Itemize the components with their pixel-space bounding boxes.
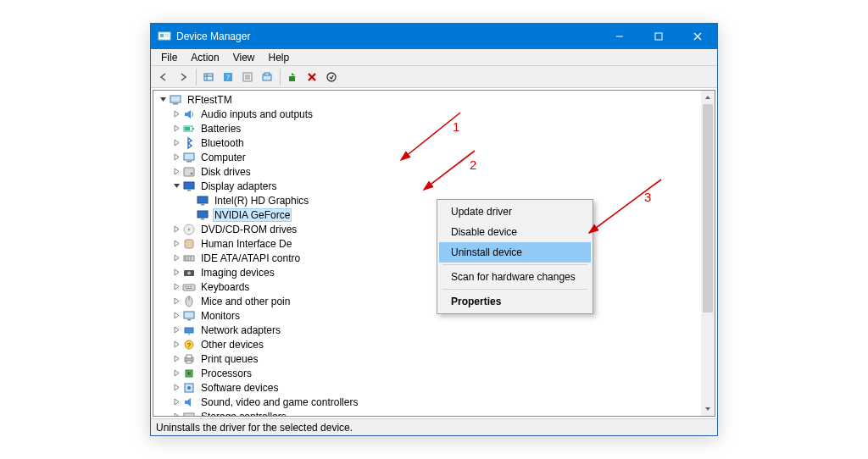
toolbar-properties-button[interactable] [238, 68, 257, 86]
tree-item-other[interactable]: ?Other devices [155, 337, 701, 351]
titlebar[interactable]: Device Manager [151, 24, 717, 49]
tree-item-battery[interactable]: Batteries [155, 121, 701, 135]
svg-rect-1 [160, 34, 164, 37]
display-icon [182, 180, 196, 193]
tree-root[interactable]: RFtestTM [155, 92, 701, 107]
tree-item-label: IDE ATA/ATAPI contro [199, 252, 302, 264]
maximize-button[interactable] [639, 24, 678, 49]
svg-rect-36 [198, 211, 208, 218]
tree-item-storage[interactable]: Storage controllers [155, 409, 701, 416]
menu-file[interactable]: File [154, 50, 184, 65]
chevron-down-icon[interactable] [157, 94, 169, 106]
svg-rect-35 [201, 204, 204, 206]
context-menu-item-uninstall-device[interactable]: Uninstall device [439, 242, 591, 263]
tree-item-ide[interactable]: IDE ATA/ATAPI contro [155, 251, 701, 265]
minimize-button[interactable] [600, 24, 639, 49]
chevron-right-icon[interactable] [170, 339, 182, 351]
menu-action[interactable]: Action [184, 50, 225, 65]
chevron-right-icon[interactable] [170, 108, 182, 120]
tree-item-mouse[interactable]: Mice and other poin [155, 294, 701, 308]
context-menu-item-update-driver[interactable]: Update driver [439, 202, 591, 222]
hid-icon [182, 237, 196, 251]
tree-item-bluetooth[interactable]: Bluetooth [155, 135, 701, 150]
tree-item-software[interactable]: Software devices [155, 380, 701, 395]
tree-item-label: Display adapters [199, 180, 278, 192]
tree-item-sound[interactable]: Sound, video and game controllers [155, 395, 701, 409]
toolbar-scan-button[interactable] [258, 68, 276, 86]
chevron-right-icon[interactable] [170, 224, 182, 235]
tree-item-audio[interactable]: Audio inputs and outputs [155, 107, 701, 121]
chevron-right-icon[interactable] [170, 368, 182, 379]
chevron-down-icon[interactable] [170, 180, 182, 192]
close-button[interactable] [678, 24, 717, 49]
tree-item-label: Print queues [199, 353, 259, 365]
context-menu[interactable]: Update driverDisable deviceUninstall dev… [437, 199, 593, 314]
chevron-right-icon[interactable] [170, 123, 182, 135]
chevron-right-icon[interactable] [170, 396, 182, 408]
ide-icon [182, 252, 196, 265]
chevron-right-icon[interactable] [170, 152, 182, 163]
menu-help[interactable]: Help [262, 50, 297, 65]
context-menu-item-properties[interactable]: Properties [439, 291, 591, 312]
chevron-right-icon[interactable] [170, 252, 182, 264]
app-icon [158, 30, 171, 43]
chevron-right-icon[interactable] [170, 238, 182, 250]
software-icon [182, 381, 196, 395]
tree-item-computer[interactable]: Computer [155, 150, 701, 164]
tree-item-label: Disk drives [199, 166, 253, 178]
chevron-right-icon[interactable] [170, 353, 182, 365]
chevron-right-icon[interactable] [170, 382, 182, 394]
svg-rect-55 [187, 319, 191, 321]
scrollbar-vertical[interactable] [701, 91, 715, 416]
tree-item-label: NVIDIA GeForce [213, 208, 292, 222]
tree-item-label: Computer [199, 152, 248, 163]
tree-item-cpu[interactable]: Processors [155, 366, 701, 380]
tree-item-label: Human Interface De [199, 238, 293, 250]
chevron-right-icon[interactable] [170, 267, 182, 279]
chevron-right-icon[interactable] [170, 137, 182, 149]
toolbar-uninstall-button[interactable] [303, 68, 321, 86]
tree-child-display-0[interactable]: Intel(R) HD Graphics [155, 193, 701, 207]
chevron-right-icon[interactable] [170, 296, 182, 307]
tree-item-hid[interactable]: Human Interface De [155, 236, 701, 251]
tree-child-display-1[interactable]: NVIDIA GeForce [155, 207, 701, 222]
tree-item-dvd[interactable]: DVD/CD-ROM drives [155, 222, 701, 236]
scroll-track[interactable] [701, 104, 715, 402]
svg-rect-56 [185, 328, 193, 333]
menu-view[interactable]: View [226, 50, 262, 65]
chevron-right-icon[interactable] [170, 166, 182, 178]
svg-rect-5 [655, 33, 662, 40]
tree-item-monitor[interactable]: Monitors [155, 308, 701, 323]
tree-item-print[interactable]: Print queues [155, 351, 701, 366]
context-menu-item-disable-device[interactable]: Disable device [439, 222, 591, 242]
svg-text:?: ? [187, 341, 192, 349]
chevron-right-icon[interactable] [170, 310, 182, 322]
scroll-up-arrow[interactable] [701, 91, 715, 104]
tree-item-network[interactable]: Network adapters [155, 323, 701, 337]
chevron-right-icon[interactable] [170, 324, 182, 336]
tree-item-label: Software devices [199, 382, 280, 394]
scroll-down-arrow[interactable] [701, 402, 715, 416]
svg-point-39 [188, 228, 191, 230]
toolbar-show-hidden-button[interactable] [199, 68, 218, 86]
svg-rect-24 [173, 103, 178, 105]
tree-item-display[interactable]: Display adapters [155, 179, 701, 193]
chevron-right-icon[interactable] [170, 281, 182, 293]
svg-text:?: ? [226, 73, 230, 81]
scroll-thumb[interactable] [703, 104, 713, 312]
toolbar-help-button[interactable]: ? [219, 68, 237, 86]
toolbar-enable-button[interactable] [322, 68, 341, 86]
tree-item-imaging[interactable]: Imaging devices [155, 265, 701, 279]
tree-item-keyboard[interactable]: Keyboards [155, 279, 701, 294]
svg-rect-27 [185, 127, 190, 130]
tree-item-label: Other devices [199, 339, 265, 351]
chevron-right-icon[interactable] [170, 411, 182, 417]
tree-item-disk[interactable]: Disk drives [155, 164, 701, 179]
toolbar-back-button[interactable] [154, 68, 173, 86]
device-tree[interactable]: RFtestTMAudio inputs and outputsBatterie… [153, 91, 701, 416]
context-menu-item-scan-for-hardware-changes[interactable]: Scan for hardware changes [439, 267, 591, 287]
svg-rect-34 [198, 196, 208, 203]
device-tree-panel: RFtestTMAudio inputs and outputsBatterie… [153, 90, 715, 417]
toolbar-forward-button[interactable] [174, 68, 192, 86]
toolbar-update-driver-button[interactable] [283, 68, 302, 86]
